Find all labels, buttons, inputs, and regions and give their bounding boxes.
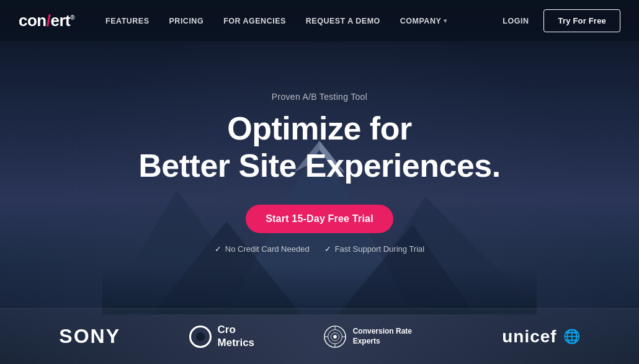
logos-bar: SONY Cro Metrics Conversion Rate Experts… [0,308,639,364]
check-no-credit-card: ✓ No Credit Card Needed [215,244,310,254]
hero-title: Optimize for Better Site Experiences. [0,110,639,185]
check-fast-support: ✓ Fast Support During Trial [324,244,425,254]
nav-demo[interactable]: REQUEST A DEMO [306,17,380,25]
unicef-wordmark: unicef [502,327,556,347]
hero-title-line2: Better Site Experiences. [138,148,500,184]
nav-agencies[interactable]: FOR AGENCIES [223,17,286,25]
check-fast-support-text: Fast Support During Trial [335,244,425,254]
logo-conversion-rate-experts: Conversion Rate Experts [323,325,434,348]
sony-wordmark: SONY [59,325,120,348]
logo-unicef: unicef 🌐 [502,327,579,347]
navbar: con/ert® FEATURES PRICING FOR AGENCIES R… [0,0,639,42]
svg-point-11 [333,335,337,339]
checkmark-icon: ✓ [215,244,221,254]
cre-wordmark: Conversion Rate Experts [353,327,434,346]
logo-slash: / [47,11,51,30]
crometrics-wordmark: Cro Metrics [218,324,255,349]
unicef-emblem-icon: 🌐 [563,329,580,345]
nav-login[interactable]: LOGIN [503,17,529,25]
crometrics-inner [196,332,205,341]
cre-logo-icon [323,325,347,348]
try-for-free-button[interactable]: Try For Free [543,9,620,32]
logo-sony: SONY [59,325,120,348]
hero-section: Proven A/B Testing Tool Optimize for Bet… [0,42,639,254]
nav-company[interactable]: COMPANY ▾ [400,17,447,25]
nav-pricing[interactable]: PRICING [169,17,204,25]
nav-links: FEATURES PRICING FOR AGENCIES REQUEST A … [105,17,503,25]
logo[interactable]: con/ert® [19,11,74,30]
logo-crometrics: Cro Metrics [189,324,255,349]
hero-subtitle: Proven A/B Testing Tool [0,92,639,102]
hero-title-line1: Optimize for [227,110,411,146]
logo-text: con/ert® [19,11,74,30]
crometrics-circle-icon [189,326,212,348]
check-no-credit-card-text: No Credit Card Needed [225,244,310,254]
svg-rect-7 [102,265,537,314]
hero-checks: ✓ No Credit Card Needed ✓ Fast Support D… [0,244,639,254]
checkmark-icon-2: ✓ [324,244,331,254]
start-trial-button[interactable]: Start 15-Day Free Trial [246,205,393,233]
nav-right: LOGIN Try For Free [503,9,620,32]
chevron-down-icon: ▾ [444,17,447,24]
nav-features[interactable]: FEATURES [105,17,149,25]
